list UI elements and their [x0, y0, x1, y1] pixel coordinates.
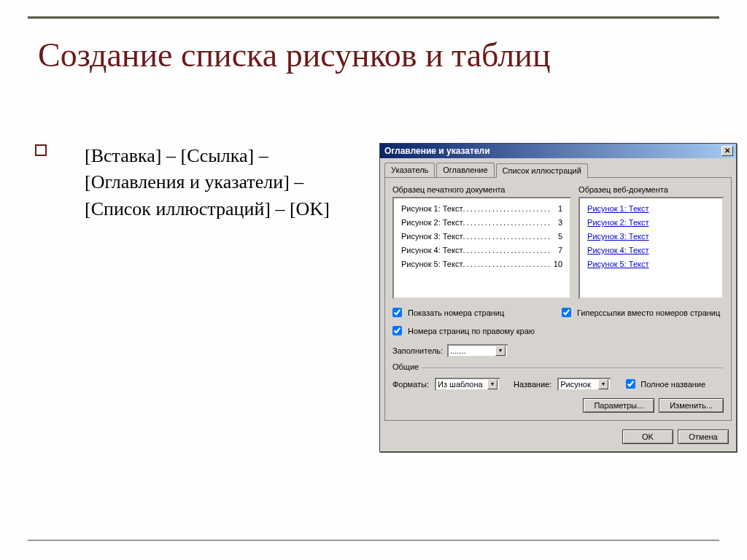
caption-label: Название:	[514, 380, 551, 389]
top-rule	[28, 16, 719, 19]
formats-value: Из шаблона	[438, 380, 483, 389]
toc-page: 10	[551, 260, 562, 268]
toc-page: 7	[556, 246, 562, 254]
dialog-titlebar: Оглавление и указатели ✕	[380, 144, 736, 158]
toc-text: Рисунок 4: Текст	[401, 246, 462, 254]
options-row: Показать номера страниц Номера страниц п…	[392, 299, 724, 357]
chevron-down-icon[interactable]: ▾	[598, 379, 608, 389]
toc-dots: ........................	[462, 204, 555, 213]
toc-line: Рисунок 5: Текст .......................…	[401, 260, 562, 268]
tab-figures[interactable]: Список иллюстраций	[496, 163, 588, 178]
preview-row: Образец печатного документа Рисунок 1: Т…	[392, 185, 724, 299]
slide-title: Создание списка рисунков и таблиц	[38, 35, 551, 75]
web-link: Рисунок 5: Текст	[587, 260, 715, 268]
leader-row: Заполнитель: ....... ▾	[392, 344, 554, 357]
cancel-button[interactable]: Отмена	[678, 429, 729, 444]
dialog-tabs: Указатель Оглавление Список иллюстраций	[380, 158, 736, 177]
general-group-label: Общие	[392, 362, 422, 371]
hyperlinks-checkbox[interactable]	[562, 308, 571, 317]
full-caption-checkbox[interactable]	[626, 379, 635, 389]
web-preview-box: Рисунок 1: Текст Рисунок 2: Текст Рисуно…	[578, 197, 724, 299]
hyperlinks-check[interactable]: Гиперссылки вместо номеров страниц	[562, 308, 724, 317]
show-pages-checkbox[interactable]	[392, 308, 402, 317]
web-preview-col: Образец веб-документа Рисунок 1: Текст Р…	[578, 185, 724, 299]
tab-body: Образец печатного документа Рисунок 1: Т…	[384, 177, 732, 421]
toc-line: Рисунок 1: Текст .......................…	[401, 204, 562, 213]
toc-text: Рисунок 5: Текст	[401, 260, 462, 268]
web-link: Рисунок 2: Текст	[587, 218, 715, 227]
toc-line: Рисунок 3: Текст .......................…	[401, 232, 562, 241]
web-preview-label: Образец веб-документа	[578, 185, 724, 194]
print-preview-label: Образец печатного документа	[392, 185, 571, 194]
chevron-down-icon[interactable]: ▾	[487, 379, 498, 389]
modify-button[interactable]: Изменить...	[659, 398, 724, 413]
full-caption-label: Полное название	[640, 380, 705, 389]
right-align-checkbox[interactable]	[392, 326, 402, 335]
param-button-row: Параметры... Изменить...	[392, 398, 724, 413]
dialog-title: Оглавление и указатели	[384, 146, 490, 156]
tab-index[interactable]: Указатель	[384, 163, 435, 177]
toc-page: 1	[556, 204, 562, 213]
caption-combo[interactable]: Рисунок ▾	[557, 378, 611, 391]
bullet-square	[35, 144, 47, 156]
toc-line: Рисунок 2: Текст .......................…	[401, 218, 562, 227]
toc-line: Рисунок 4: Текст .......................…	[401, 246, 562, 254]
print-preview-box: Рисунок 1: Текст .......................…	[392, 197, 571, 299]
caption-value: Рисунок	[560, 380, 591, 389]
toc-dots: ........................	[462, 246, 555, 254]
leader-combo[interactable]: ....... ▾	[447, 344, 508, 357]
formats-label: Форматы:	[392, 380, 429, 389]
leader-label: Заполнитель:	[392, 346, 443, 355]
toc-page: 5	[556, 232, 562, 241]
toc-text: Рисунок 2: Текст	[401, 218, 462, 227]
hyperlinks-label: Гиперссылки вместо номеров страниц	[577, 308, 720, 317]
toc-dialog: Оглавление и указатели ✕ Указатель Оглав…	[379, 143, 737, 452]
toc-page: 3	[556, 218, 562, 227]
print-preview-col: Образец печатного документа Рисунок 1: Т…	[392, 185, 571, 299]
web-link: Рисунок 1: Текст	[587, 204, 715, 213]
web-link: Рисунок 3: Текст	[587, 232, 715, 241]
general-group: Общие Форматы: Из шаблона ▾ Название: Ри…	[392, 368, 724, 391]
formats-combo[interactable]: Из шаблона ▾	[435, 378, 500, 391]
tab-toc[interactable]: Оглавление	[436, 163, 494, 177]
leader-value: .......	[450, 346, 465, 355]
web-link: Рисунок 4: Текст	[587, 246, 715, 254]
full-caption-check[interactable]: Полное название	[623, 377, 705, 391]
close-icon[interactable]: ✕	[721, 146, 733, 156]
toc-text: Рисунок 1: Текст	[401, 204, 462, 213]
toc-dots: ........................	[462, 218, 555, 227]
right-align-check[interactable]: Номера страниц по правому краю	[392, 326, 554, 335]
chevron-down-icon[interactable]: ▾	[495, 346, 506, 356]
params-button[interactable]: Параметры...	[583, 398, 654, 413]
slide-body-text: [Вставка] – [Ссылка] – [Оглавления и ука…	[85, 143, 362, 222]
show-pages-check[interactable]: Показать номера страниц	[392, 308, 554, 317]
right-align-label: Номера страниц по правому краю	[408, 327, 535, 335]
toc-dots: ........................	[462, 260, 551, 268]
show-pages-label: Показать номера страниц	[408, 308, 504, 317]
ok-button[interactable]: OK	[622, 429, 673, 444]
bottom-rule	[28, 540, 719, 541]
toc-text: Рисунок 3: Текст	[401, 232, 462, 241]
dialog-buttons: OK Отмена	[380, 425, 736, 451]
toc-dots: ........................	[462, 232, 555, 241]
